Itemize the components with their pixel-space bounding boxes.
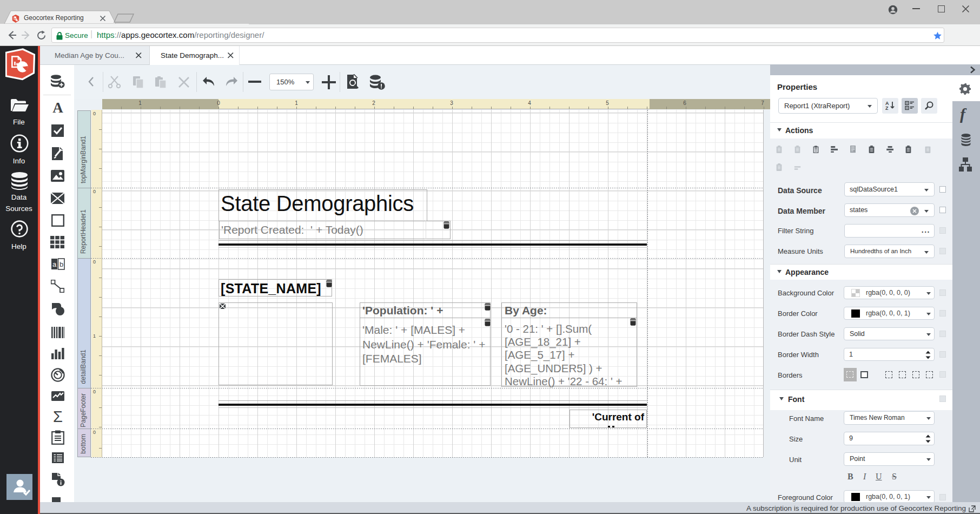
svg-text:a: a <box>52 260 57 268</box>
svg-text:Z: Z <box>885 106 889 111</box>
svg-text:b: b <box>59 260 63 268</box>
